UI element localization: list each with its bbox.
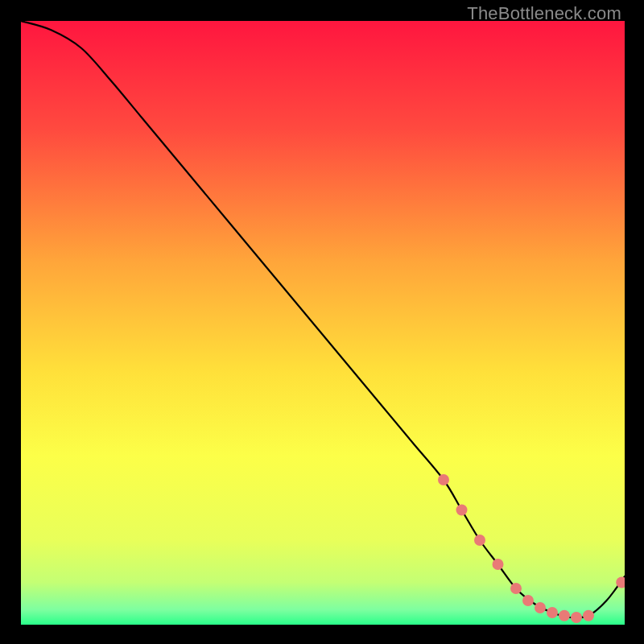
gradient-background <box>21 21 625 625</box>
curve-marker <box>510 583 522 594</box>
curve-marker <box>493 559 504 570</box>
curve-marker <box>456 505 468 516</box>
curve-marker <box>583 610 594 621</box>
watermark-text: TheBottleneck.com <box>467 3 621 24</box>
curve-marker <box>438 474 449 485</box>
curve-marker <box>474 535 485 546</box>
curve-marker <box>571 612 582 623</box>
chart-stage: TheBottleneck.com <box>0 0 644 644</box>
bottleneck-chart <box>21 21 625 625</box>
curve-marker <box>522 595 534 606</box>
curve-marker <box>547 607 558 618</box>
curve-marker <box>535 602 546 613</box>
curve-marker <box>559 610 570 621</box>
